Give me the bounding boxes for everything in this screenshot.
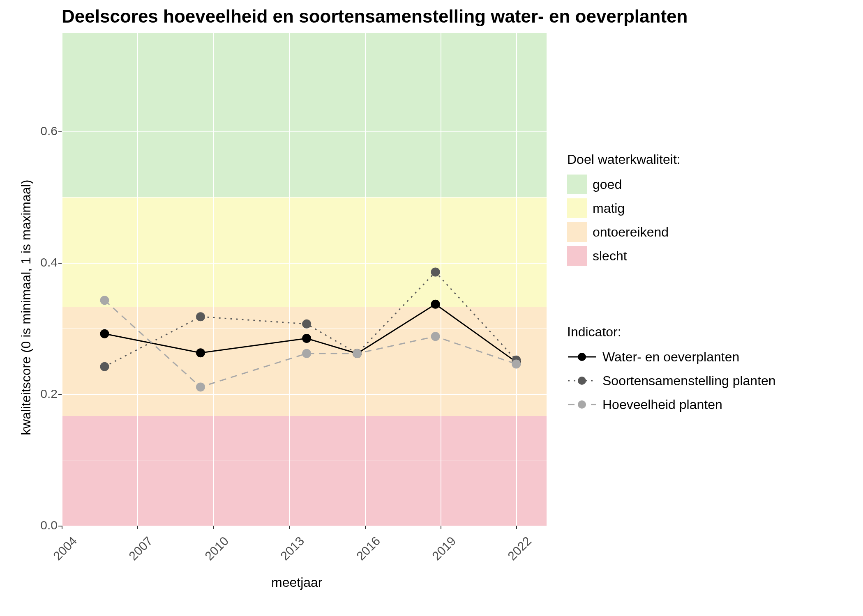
legend-indicator-item: Soortensamenstelling planten [567, 371, 776, 391]
legend-swatch [567, 222, 587, 242]
y-tick-label: 0.0 [16, 518, 58, 532]
chart-title: Deelscores hoeveelheid en soortensamenst… [62, 6, 688, 27]
chart-svg [62, 33, 547, 526]
x-tick-mark [213, 526, 214, 529]
legend-doel: Doel waterkwaliteit: goedmatigontoereike… [567, 152, 681, 270]
legend-label: Hoeveelheid planten [602, 397, 722, 412]
y-axis-title: kwaliteitscore (0 is minimaal, 1 is maxi… [18, 180, 34, 435]
legend-indicator-item: Hoeveelheid planten [567, 395, 776, 414]
svg-point-2 [578, 400, 586, 409]
legend-doel-item: ontoereikend [567, 222, 681, 242]
series-point [431, 267, 440, 276]
y-tick-mark [58, 263, 62, 264]
series-point [302, 334, 311, 343]
y-tick-mark [58, 131, 62, 132]
x-tick-label: 2007 [120, 534, 156, 570]
series-point [196, 382, 205, 391]
svg-point-1 [578, 377, 586, 385]
series-line [104, 300, 516, 387]
legend-swatch [567, 175, 587, 194]
plot-area [62, 33, 547, 526]
series-point [100, 329, 109, 338]
legend-label: ontoereikend [593, 225, 669, 240]
x-tick-label: 2019 [422, 534, 459, 570]
series-point [302, 319, 311, 329]
legend-label: slecht [593, 248, 627, 264]
x-axis-title: meetjaar [271, 575, 323, 590]
series-point [512, 359, 521, 368]
legend-line-sample [567, 373, 597, 388]
x-tick-mark [365, 526, 366, 529]
x-tick-mark [441, 526, 441, 529]
series-point [353, 349, 362, 358]
x-tick-mark [289, 526, 290, 529]
x-tick-mark [62, 526, 62, 529]
x-tick-mark [516, 526, 517, 529]
legend-indicator-item: Water- en oeverplanten [567, 347, 776, 367]
series-point [196, 348, 205, 357]
legend-label: Water- en oeverplanten [602, 349, 739, 365]
series-point [431, 332, 440, 341]
legend-swatch [567, 198, 587, 218]
y-tick-mark [58, 394, 62, 395]
legend-swatch [567, 246, 587, 266]
x-tick-mark [137, 526, 138, 529]
chart-container: Deelscores hoeveelheid en soortensamenst… [0, 0, 863, 616]
legend-line-sample [567, 349, 597, 364]
legend-doel-item: slecht [567, 246, 681, 266]
legend-label: Soortensamenstelling planten [602, 373, 776, 388]
legend-label: matig [593, 201, 625, 216]
series-point [302, 349, 311, 358]
legend-line-sample [567, 397, 597, 412]
x-tick-label: 2010 [195, 534, 231, 570]
legend-doel-title: Doel waterkwaliteit: [567, 152, 681, 167]
gridline-h [62, 526, 547, 526]
x-tick-label: 2016 [347, 534, 383, 570]
series-point [431, 300, 440, 309]
y-tick-label: 0.6 [16, 124, 58, 138]
x-tick-label: 2013 [271, 534, 307, 570]
legend-indicator: Indicator: Water- en oeverplantenSoorten… [567, 324, 776, 418]
y-tick-mark [58, 526, 62, 526]
series-point [100, 296, 109, 305]
x-tick-label: 2022 [498, 534, 535, 570]
legend-label: goed [593, 177, 622, 192]
series-point [196, 312, 205, 321]
legend-indicator-title: Indicator: [567, 324, 776, 340]
series-point [100, 362, 109, 371]
svg-point-0 [578, 353, 586, 361]
legend-doel-item: matig [567, 198, 681, 218]
legend-doel-item: goed [567, 175, 681, 194]
x-tick-label: 2004 [44, 534, 80, 570]
